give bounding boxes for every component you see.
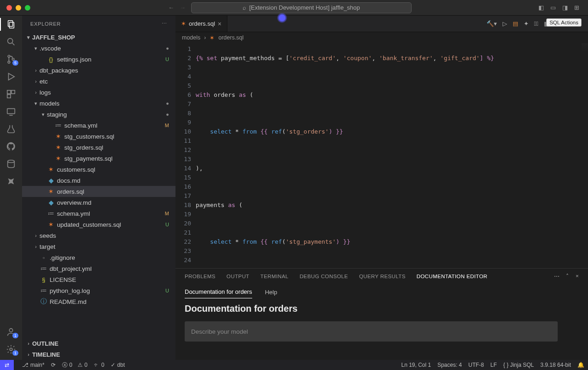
activity-account-icon[interactable]: 1 [6, 327, 16, 337]
close-window-icon[interactable] [6, 5, 12, 11]
doc-subtab-help[interactable]: Help [265, 286, 277, 298]
panel-tab[interactable]: PROBLEMS [185, 274, 215, 279]
layout-secondary-side-icon[interactable]: ◨ [562, 4, 570, 11]
tree-label: orders.sql [57, 188, 172, 195]
tree-item[interactable]: ›dbt_packages [22, 65, 175, 76]
tree-label: dbt_project.yml [50, 265, 172, 272]
activity-remote-icon[interactable] [6, 107, 16, 117]
tree-item[interactable]: ›etc [22, 76, 175, 87]
tree-item[interactable]: ≔schema.ymlM [22, 208, 175, 219]
tree-item[interactable]: ›target [22, 241, 175, 252]
activity-search-icon[interactable] [6, 37, 16, 47]
tree-item[interactable]: ≔dbt_project.yml [22, 263, 175, 274]
scm-decoration: ● [166, 112, 172, 117]
remote-indicator[interactable]: ⇄ [0, 360, 14, 370]
outline-section[interactable]: ›OUTLINE [22, 338, 175, 349]
tree-item[interactable]: ≔python_log.logU [22, 285, 175, 296]
explorer-more-icon[interactable]: ⋯ [162, 21, 167, 27]
tree-item[interactable]: ▾.vscode● [22, 43, 175, 54]
breadcrumb[interactable]: models › ✶ orders.sql SQL Actions [175, 32, 588, 43]
run-action-icon[interactable]: ▷ [503, 20, 507, 27]
tree-item[interactable]: ≔schema.ymlM [22, 120, 175, 131]
status-language[interactable]: { } Jinja SQL [503, 362, 534, 368]
tree-item[interactable]: ✶stg_orders.sql [22, 142, 175, 153]
doc-description-input[interactable] [185, 321, 558, 342]
command-center-text: [Extension Development Host] jaffle_shop [249, 4, 360, 11]
layout-primary-side-icon[interactable]: ◧ [538, 4, 546, 11]
tree-item[interactable]: ✶orders.sql [22, 186, 175, 197]
tree-item[interactable]: ›seeds [22, 230, 175, 241]
tree-item[interactable]: ✶customers.sql [22, 164, 175, 175]
activity-github-icon[interactable] [6, 141, 16, 151]
maximize-window-icon[interactable] [25, 5, 30, 11]
pass-action-icon[interactable]: ✓⃝ [534, 20, 539, 27]
tree-item[interactable]: ◆docs.md [22, 175, 175, 186]
activity-explorer-icon[interactable] [6, 19, 16, 29]
sql-action-icon[interactable]: ▤ [513, 20, 518, 27]
tab-close-icon[interactable]: × [218, 20, 221, 28]
tree-label: target [40, 243, 172, 250]
tree-item[interactable]: ✶updated_customers.sqlU [22, 219, 175, 230]
folder-root[interactable]: ▾ JAFFLE_SHOP [22, 32, 175, 43]
layout-customize-icon[interactable]: ⊞ [574, 4, 582, 11]
sparkle-action-icon[interactable]: ✦ [524, 20, 529, 27]
breadcrumb-file[interactable]: orders.sql [218, 34, 243, 41]
status-cursor[interactable]: Ln 19, Col 1 [401, 362, 431, 368]
tree-item[interactable]: ▾models● [22, 98, 175, 109]
status-dbt[interactable]: ✓dbt [111, 362, 125, 368]
tab-orders[interactable]: ✶ orders.sql × [175, 16, 227, 32]
panel-close-icon[interactable]: × [576, 273, 579, 280]
tree-item[interactable]: ◆overview.md [22, 197, 175, 208]
tree-item[interactable]: ◦.gitignore [22, 252, 175, 263]
layout-panel-icon[interactable]: ▭ [550, 4, 558, 11]
activity-run-icon[interactable] [6, 72, 16, 82]
minimap[interactable] [582, 43, 588, 52]
breadcrumb-folder[interactable]: models [182, 34, 200, 41]
error-icon: ⓧ [62, 361, 68, 369]
minimize-window-icon[interactable] [16, 5, 21, 11]
build-action-icon[interactable]: 🔨▾ [486, 20, 497, 27]
status-sync[interactable]: ⟳ [51, 362, 56, 368]
svg-point-4 [8, 55, 10, 57]
panel-tab[interactable]: TERMINAL [260, 274, 288, 279]
tree-item[interactable]: §LICENSE [22, 274, 175, 285]
status-eol[interactable]: LF [491, 362, 497, 368]
file-tree[interactable]: ▾.vscode●{}settings.jsonU›dbt_packages›e… [22, 43, 175, 338]
nav-back-icon[interactable]: ← [168, 4, 174, 11]
tree-item[interactable]: ✶stg_customers.sql [22, 131, 175, 142]
status-spaces[interactable]: Spaces: 4 [437, 362, 462, 368]
panel-tab[interactable]: OUTPUT [226, 274, 249, 279]
activity-database-icon[interactable] [6, 159, 16, 169]
code-content[interactable]: {% set payment_methods = ['credit_card',… [196, 43, 588, 268]
panel-tab[interactable]: QUERY RESULTS [359, 274, 406, 279]
tree-item[interactable]: ›logs [22, 87, 175, 98]
panel-maximize-icon[interactable]: ˄ [566, 273, 569, 280]
sql-file-icon: ✶ [181, 20, 186, 27]
panel-tab[interactable]: DOCUMENTATION EDITOR [417, 274, 487, 279]
status-python[interactable]: 3.9.18 64-bit [540, 362, 571, 368]
status-branch[interactable]: ⎇main* [22, 362, 45, 368]
doc-subtab-main[interactable]: Documentation for orders [185, 286, 252, 298]
nav-forward-icon[interactable]: → [180, 4, 186, 11]
activity-testing-icon[interactable] [6, 124, 16, 134]
editor-area[interactable]: 123456789101112131415161718192021222324 … [175, 43, 588, 268]
status-ports[interactable]: ᯤ0 [94, 362, 104, 368]
tree-item[interactable]: ▾staging● [22, 109, 175, 120]
panel-more-icon[interactable]: ⋯ [554, 273, 560, 280]
activity-gear-icon[interactable]: 1 [6, 344, 16, 354]
timeline-section[interactable]: ›TIMELINE [22, 349, 175, 360]
tree-item[interactable]: ✶stg_payments.sql [22, 153, 175, 164]
activity-scm-icon[interactable]: 5 [6, 54, 16, 64]
status-problems[interactable]: ⓧ0 ⚠0 [62, 361, 88, 369]
command-center[interactable]: ⌕ [Extension Development Host] jaffle_sh… [191, 2, 412, 13]
svg-marker-7 [9, 73, 15, 80]
svg-rect-1 [9, 22, 14, 28]
activity-extensions-icon[interactable] [6, 89, 16, 99]
title-bar: ← → ⌕ [Extension Development Host] jaffl… [0, 0, 588, 16]
status-notifications-icon[interactable]: 🔔 [577, 362, 584, 368]
activity-dbt-icon[interactable] [6, 176, 16, 186]
panel-tab[interactable]: DEBUG CONSOLE [300, 274, 348, 279]
status-encoding[interactable]: UTF-8 [469, 362, 484, 368]
tree-item[interactable]: {}settings.jsonU [22, 54, 175, 65]
tree-item[interactable]: ⓘREADME.md [22, 296, 175, 307]
